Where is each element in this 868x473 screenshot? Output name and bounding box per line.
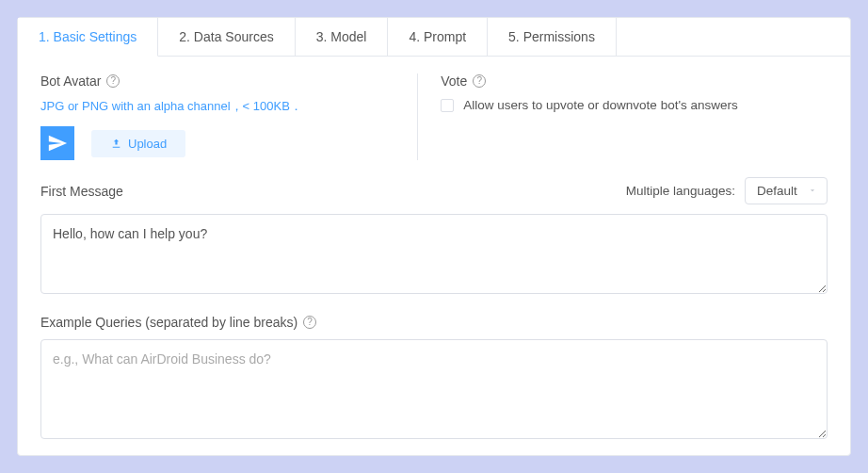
avatar-preview[interactable] xyxy=(40,126,74,160)
upload-icon xyxy=(110,138,122,150)
vote-label: Vote xyxy=(441,73,467,89)
first-message-label: First Message xyxy=(40,184,123,199)
avatar-label: Bot Avatar xyxy=(40,73,101,89)
example-queries-section: Example Queries (separated by line break… xyxy=(40,315,828,443)
first-message-section: First Message Multiple languages: Defaul… xyxy=(40,177,828,298)
help-icon[interactable]: ? xyxy=(473,74,486,88)
first-message-input[interactable] xyxy=(40,214,828,294)
languages-select-value: Default xyxy=(757,184,797,198)
languages-select[interactable]: Default xyxy=(745,177,828,204)
tab-content: Bot Avatar ? JPG or PNG with an alpha ch… xyxy=(18,57,850,455)
vote-checkbox-label: Allow users to upvote or downvote bot's … xyxy=(463,98,737,112)
languages-label: Multiple languages: xyxy=(626,184,735,198)
tab-data-sources[interactable]: 2. Data Sources xyxy=(158,18,295,57)
help-icon[interactable]: ? xyxy=(303,316,316,329)
avatar-section: Bot Avatar ? JPG or PNG with an alpha ch… xyxy=(40,73,418,160)
help-icon[interactable]: ? xyxy=(106,74,120,88)
tab-basic-settings[interactable]: 1. Basic Settings xyxy=(18,18,158,57)
tab-model[interactable]: 3. Model xyxy=(296,18,389,57)
upload-button[interactable]: Upload xyxy=(91,130,185,157)
chevron-down-icon xyxy=(808,186,817,197)
vote-checkbox[interactable] xyxy=(441,99,454,112)
example-queries-label: Example Queries (separated by line break… xyxy=(40,315,297,330)
settings-card: 1. Basic Settings 2. Data Sources 3. Mod… xyxy=(17,17,851,456)
tab-prompt[interactable]: 4. Prompt xyxy=(388,18,488,57)
avatar-hint: JPG or PNG with an alpha channel，< 100KB… xyxy=(40,98,394,115)
upload-button-label: Upload xyxy=(128,137,167,151)
tab-permissions[interactable]: 5. Permissions xyxy=(488,18,617,57)
paper-plane-icon xyxy=(47,133,68,154)
tabs-nav: 1. Basic Settings 2. Data Sources 3. Mod… xyxy=(18,18,850,57)
vote-section: Vote ? Allow users to upvote or downvote… xyxy=(418,73,828,160)
example-queries-input[interactable] xyxy=(40,339,828,439)
